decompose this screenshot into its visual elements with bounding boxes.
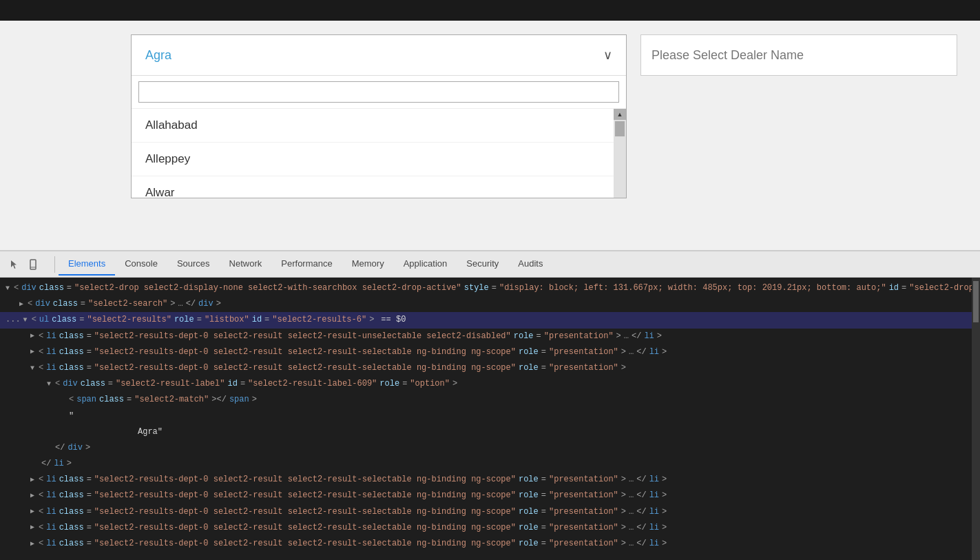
right-scrollbar-thumb[interactable]	[973, 281, 979, 322]
mobile-icon[interactable]	[25, 257, 41, 272]
tab-elements[interactable]: Elements	[59, 253, 115, 276]
tab-sources[interactable]: Sources	[167, 253, 220, 276]
city-dropdown[interactable]: Agra ∨ ▲ Allahabad Alleppey Alwar	[131, 34, 627, 198]
scrollbar-thumb[interactable]	[615, 121, 625, 136]
list-item[interactable]: Alleppey	[132, 143, 626, 176]
expand-icon[interactable]: ▶	[30, 475, 34, 486]
code-line: ▶ <li class="select2-results-dept-0 sele…	[0, 344, 980, 360]
chevron-down-icon: ∨	[603, 48, 612, 63]
code-line: ▶ <li class="select2-results-dept-0 sele…	[0, 536, 980, 552]
tab-audits[interactable]: Audits	[508, 253, 552, 276]
tab-application[interactable]: Application	[394, 253, 457, 276]
dealer-name-container	[640, 34, 957, 76]
code-line: ▶ <li class="select2-results-dept-0 sele…	[0, 504, 980, 520]
tab-memory[interactable]: Memory	[342, 253, 394, 276]
expand-icon[interactable]: ▶	[30, 490, 34, 501]
expand-icon[interactable]: ▼	[30, 363, 34, 374]
expand-icon[interactable]: ▶	[30, 346, 34, 357]
code-line: ▶ <li class="select2-results-dept-0 sele…	[0, 329, 980, 344]
tab-separator	[54, 256, 55, 273]
devtools-tabs-bar: Elements Console Sources Network Perform…	[0, 251, 980, 278]
code-line: Agra"	[0, 424, 980, 440]
dropdown-search-input[interactable]	[138, 81, 619, 103]
list-item[interactable]: Alwar	[132, 176, 626, 198]
expand-icon[interactable]: ▼	[6, 283, 10, 294]
code-line-highlighted: ... ▼ <ul class="select2-results" role="…	[0, 312, 980, 328]
right-scrollbar[interactable]	[972, 278, 980, 560]
expand-icon[interactable]: ▶	[30, 539, 34, 550]
code-line: ▶ <li class="select2-results-dept-0 sele…	[0, 472, 980, 488]
scrollbar-up-button[interactable]: ▲	[614, 109, 626, 120]
code-line: ▶ <li class="select2-results-dept-0 sele…	[0, 520, 980, 536]
dropdown-selected-value[interactable]: Agra ∨	[132, 35, 626, 75]
expand-icon[interactable]: ▶	[30, 522, 34, 533]
code-line: ▼ <li class="select2-results-dept-0 sele…	[0, 360, 980, 376]
dropdown-search-box	[132, 75, 626, 108]
devtools-icon-group	[3, 257, 44, 272]
code-line: <span class="select2-match"></span>	[0, 392, 980, 408]
dropdown-list: ▲ Allahabad Alleppey Alwar	[132, 108, 626, 198]
code-line: "	[0, 408, 980, 424]
tab-console[interactable]: Console	[115, 253, 167, 276]
scrollbar[interactable]: ▲	[614, 109, 626, 198]
expand-icon[interactable]: ▼	[47, 379, 51, 390]
code-line: ▼ <div class="select2-drop select2-displ…	[0, 280, 980, 296]
expand-icon[interactable]: ▶	[30, 331, 34, 342]
cursor-icon[interactable]	[7, 257, 22, 272]
tab-security[interactable]: Security	[457, 253, 508, 276]
code-line: </li>	[0, 456, 980, 472]
expand-icon[interactable]: ▶	[19, 299, 23, 310]
expand-icon[interactable]: ▼	[23, 315, 28, 326]
tab-network[interactable]: Network	[220, 253, 272, 276]
devtools-panel: Elements Console Sources Network Perform…	[0, 250, 980, 560]
dropdown-selected-text: Agra	[145, 48, 171, 63]
devtools-code-content: ▼ <div class="select2-drop select2-displ…	[0, 278, 980, 560]
svg-rect-0	[30, 260, 36, 269]
expand-icon[interactable]: ▶	[30, 506, 34, 517]
list-item[interactable]: Allahabad	[132, 109, 626, 143]
top-bar	[0, 0, 980, 21]
code-line: ▼ <div class="select2-result-label" id="…	[0, 376, 980, 392]
code-line: ▶ <li class="select2-results-dept-0 sele…	[0, 488, 980, 504]
dealer-name-input[interactable]	[651, 48, 946, 63]
tab-performance[interactable]: Performance	[271, 253, 342, 276]
main-content-area: Agra ∨ ▲ Allahabad Alleppey Alwar	[0, 21, 980, 255]
code-line: </div>	[0, 440, 980, 456]
dots-indicator: ...	[6, 313, 21, 326]
code-line: ▶ <div class="select2-search"> … </div>	[0, 296, 980, 312]
